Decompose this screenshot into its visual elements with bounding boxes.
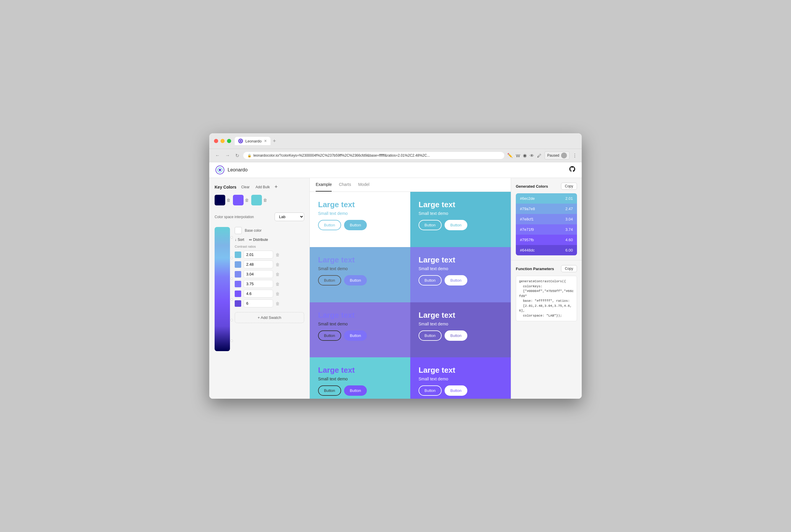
clear-button[interactable]: Clear — [240, 185, 251, 190]
card-button-filled-5[interactable]: Button — [344, 330, 367, 341]
ratio-input-4[interactable] — [244, 280, 273, 288]
card-small-text-3: Small text demo — [318, 266, 402, 271]
ratio-color-dot-3 — [235, 271, 241, 278]
card-small-text-4: Small text demo — [418, 266, 503, 271]
gradient-dot-4 — [230, 298, 233, 301]
pocket-icon[interactable]: ◉ — [523, 153, 527, 158]
card-button-filled-1[interactable]: Button — [344, 220, 367, 230]
copy-function-params-button[interactable]: Copy — [561, 265, 577, 272]
delete-swatch-purple[interactable]: 🗑 — [245, 198, 249, 203]
svg-point-1 — [240, 140, 242, 142]
github-icon[interactable] — [569, 166, 576, 174]
back-button[interactable]: ← — [214, 152, 221, 159]
card-button-filled-6[interactable]: Button — [445, 330, 468, 341]
tab-model[interactable]: Model — [358, 178, 370, 191]
ratio-delete-5[interactable]: 🗑 — [276, 291, 280, 296]
copy-generated-colors-button[interactable]: Copy — [561, 183, 577, 190]
card-button-filled-8[interactable]: Button — [445, 385, 468, 396]
card-large-text-7: Large text — [318, 366, 402, 375]
delete-swatch-teal[interactable]: 🗑 — [263, 198, 267, 203]
card-button-filled-2[interactable]: Button — [445, 220, 468, 230]
app-logo: Leonardo — [215, 165, 248, 175]
delete-swatch-dark[interactable]: 🗑 — [226, 198, 230, 203]
card-button-filled-7[interactable]: Button — [344, 385, 367, 396]
tab-charts[interactable]: Charts — [339, 178, 351, 191]
minimize-button[interactable] — [221, 139, 225, 143]
card-button-outline-2[interactable]: Button — [418, 220, 441, 230]
tab-example[interactable]: Example — [316, 178, 332, 191]
swatch-purple[interactable] — [233, 195, 244, 205]
browser-tab[interactable]: Leonardo ✕ — [235, 137, 270, 145]
tab-close-icon[interactable]: ✕ — [264, 139, 267, 143]
menu-icon[interactable]: ⋮ — [572, 153, 577, 158]
browser-window: Leonardo ✕ + ← → ↻ 🔒 leonardocolor.io/?c… — [209, 133, 582, 399]
card-large-text-1: Large text — [318, 200, 402, 209]
ratio-delete-3[interactable]: 🗑 — [276, 272, 280, 277]
ratio-row-3: 🗑 — [235, 270, 304, 278]
card-button-outline-1[interactable]: Button — [318, 220, 341, 230]
ratio-input-2[interactable] — [244, 260, 273, 268]
ratio-input-1[interactable] — [244, 251, 273, 259]
distribute-button[interactable]: ⇔ Distribute — [249, 238, 268, 242]
url-bar[interactable]: 🔒 leonardocolor.io/?colorKeys=%2300004f%… — [243, 152, 504, 159]
add-key-color-button[interactable]: + — [275, 184, 278, 190]
card-buttons-5: Button Button — [318, 330, 402, 341]
swatch-teal[interactable] — [251, 195, 262, 205]
card-button-outline-6[interactable]: Button — [418, 330, 441, 341]
card-button-outline-7[interactable]: Button — [318, 385, 341, 396]
app-body: Key Colors Clear Add Bulk + 🗑 🗑 🗑 — [209, 178, 582, 399]
color-hex-3: #7e8cf1 — [520, 217, 533, 221]
ratio-delete-1[interactable]: 🗑 — [276, 252, 280, 257]
maximize-button[interactable] — [227, 139, 231, 143]
reload-button[interactable]: ↻ — [234, 152, 240, 159]
function-params-section: Function Parameters Copy generateContras… — [511, 260, 582, 326]
key-colors-title: Key Colors — [214, 185, 237, 189]
right-panel: Generated Colors Copy #6ec2de 2.01 #79a7… — [511, 178, 582, 399]
ratios-section: Base color ↓ Sort ⇔ Distribute Contrast … — [235, 227, 304, 351]
eye-icon[interactable]: 👁 — [530, 153, 534, 158]
gradient-dot-1 — [230, 236, 233, 239]
base-color-swatch[interactable] — [235, 227, 242, 234]
card-button-outline-8[interactable]: Button — [418, 385, 441, 396]
pen-icon[interactable]: ✏️ — [507, 153, 513, 158]
sort-button[interactable]: ↓ Sort — [235, 238, 244, 242]
color-hex-5: #7957fb — [520, 238, 534, 242]
add-bulk-button[interactable]: Add Bulk — [255, 185, 271, 190]
color-space-select[interactable]: Lab LCH HSL HSV RGB CAM02 — [275, 212, 304, 221]
function-params-code: generateContrastColors({ colorKeys: ["#0… — [516, 276, 577, 321]
marker-icon[interactable]: 🖊 — [537, 153, 542, 158]
close-button[interactable] — [214, 139, 218, 143]
card-button-outline-3[interactable]: Button — [318, 275, 341, 285]
card-buttons-6: Button Button — [418, 330, 503, 341]
color-list-item-2: #79a7e8 2.47 — [516, 204, 577, 214]
swatch-dark[interactable] — [214, 195, 225, 205]
example-card-light-purple: Large text Small text demo Button Button — [310, 302, 410, 358]
paused-button[interactable]: Paused — [545, 151, 570, 159]
ratio-input-5[interactable] — [244, 290, 273, 298]
ratio-delete-2[interactable]: 🗑 — [276, 262, 280, 267]
card-button-filled-4[interactable]: Button — [445, 275, 468, 285]
title-bar: Leonardo ✕ + — [209, 133, 582, 149]
card-button-outline-4[interactable]: Button — [418, 275, 441, 285]
card-large-text-4: Large text — [418, 255, 503, 265]
function-params-header: Function Parameters Copy — [516, 265, 577, 272]
new-tab-button[interactable]: + — [273, 138, 276, 144]
ratio-row-4: 🗑 — [235, 280, 304, 288]
card-small-text-1: Small text demo — [318, 211, 402, 216]
card-button-filled-3[interactable]: Button — [344, 275, 367, 285]
ratio-delete-6[interactable]: 🗑 — [276, 301, 280, 306]
card-button-outline-5[interactable]: Button — [318, 330, 341, 341]
add-swatch-button[interactable]: + Add Swatch — [235, 312, 304, 323]
color-ratio-2: 2.47 — [565, 207, 573, 211]
paused-label: Paused — [547, 153, 559, 157]
distribute-label: Distribute — [253, 238, 268, 242]
app-name: Leonardo — [228, 167, 248, 173]
ratio-delete-4[interactable]: 🗑 — [276, 282, 280, 286]
ratio-input-6[interactable] — [244, 299, 273, 307]
ratio-input-3[interactable] — [244, 270, 273, 278]
example-card-teal: Large text Small text demo Button Button — [410, 192, 511, 247]
palette-preview-row: Base color ↓ Sort ⇔ Distribute Contrast … — [214, 227, 304, 351]
forward-button[interactable]: → — [224, 152, 231, 159]
wordpress-icon[interactable]: W — [516, 153, 520, 158]
card-buttons-7: Button Button — [318, 385, 402, 396]
